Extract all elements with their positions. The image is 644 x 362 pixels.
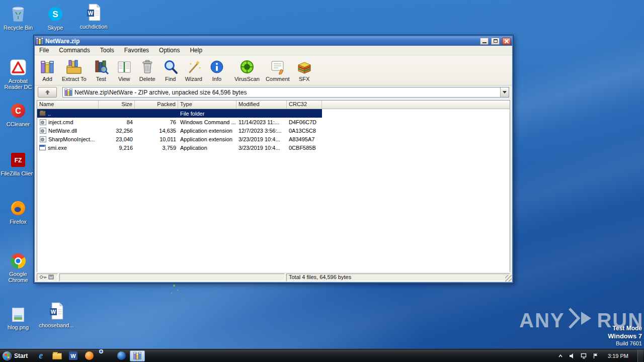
- column-header-packed[interactable]: Packed: [135, 101, 178, 109]
- desktop-icon-hlog[interactable]: hlog.png: [0, 303, 37, 330]
- file-row-sharpmonoinject[interactable]: SharpMonoInject... 23,040 10,011 Applica…: [37, 135, 322, 143]
- taskbar: Start 3:19 PM: [0, 349, 644, 362]
- menu-file[interactable]: File: [39, 47, 49, 54]
- toolbar-label: Comment: [266, 76, 290, 82]
- chrome-icon: [0, 249, 37, 268]
- maximize-button[interactable]: [491, 38, 500, 45]
- sandbox-mode: Test Mode: [608, 325, 642, 332]
- desktop-icon-recycle-bin[interactable]: Recycle Bin: [0, 3, 37, 31]
- taskbar-media-player[interactable]: [82, 350, 97, 361]
- desktop-icon-skype[interactable]: S Skype: [36, 3, 74, 31]
- sfx-button[interactable]: SFX: [293, 56, 316, 84]
- column-header-type[interactable]: Type: [178, 101, 236, 109]
- desktop-icon-cuchdiction[interactable]: W cuchdiction: [74, 2, 113, 30]
- comment-button[interactable]: Comment: [263, 56, 293, 84]
- file-row-netware-dll[interactable]: NetWare.dll 32,256 14,635 Application ex…: [37, 126, 322, 135]
- image-file-icon: [0, 303, 37, 322]
- winrar-archive-icon: [65, 89, 72, 96]
- view-button[interactable]: View: [113, 56, 136, 84]
- taskbar-windows-explorer[interactable]: [49, 350, 64, 361]
- svg-text:S: S: [52, 10, 58, 19]
- window-titlebar[interactable]: NetWare.zip: [35, 36, 512, 46]
- show-hidden-icons-button[interactable]: [557, 349, 564, 362]
- up-one-level-button[interactable]: [38, 87, 57, 98]
- info-icon: [208, 58, 225, 75]
- taskbar-winrar-active[interactable]: [130, 350, 145, 361]
- desktop-icon-chooseband[interactable]: W chooseband...: [37, 301, 75, 328]
- taskbar-internet-explorer[interactable]: [33, 350, 48, 361]
- taskbar-clock[interactable]: 3:19 PM: [603, 353, 633, 359]
- wizard-button[interactable]: Wizard: [182, 56, 205, 84]
- test-button[interactable]: Test: [90, 56, 113, 84]
- archive-path-combobox[interactable]: NetWare.zip\NetWare - ZIP archive, unpac…: [62, 87, 509, 98]
- column-header-crc32[interactable]: CRC32: [287, 101, 322, 109]
- status-middle-panel: [59, 274, 285, 281]
- taskbar-word[interactable]: [65, 350, 80, 361]
- menu-help[interactable]: Help: [190, 47, 202, 54]
- column-header-modified[interactable]: Modified: [236, 101, 287, 109]
- toolbar-label: View: [118, 76, 130, 82]
- minimize-icon: [482, 42, 487, 43]
- ccleaner-icon: C: [0, 100, 37, 119]
- show-desktop-button[interactable]: [637, 349, 643, 362]
- virusscan-button[interactable]: VirusScan: [231, 56, 263, 84]
- desktop-icon-label: chooseband...: [37, 322, 75, 328]
- toolbar-label: VirusScan: [234, 76, 260, 82]
- anyrun-logo-icon: [567, 307, 594, 334]
- desktop-icon-firefox[interactable]: Firefox: [0, 197, 37, 225]
- desktop-icon-label: Google Chrome: [0, 271, 37, 283]
- menu-commands[interactable]: Commands: [59, 47, 90, 54]
- desktop-icon-label: CCleaner: [0, 121, 37, 127]
- taskbar-browser[interactable]: [114, 350, 129, 361]
- file-name: NetWare.dll: [48, 128, 77, 134]
- key-icon: [39, 275, 47, 280]
- toolbar-label: Find: [165, 76, 176, 82]
- taskbar-chrome[interactable]: [98, 350, 113, 361]
- file-row-parent-dir[interactable]: .. File folder: [37, 109, 322, 118]
- up-arrow-icon: [45, 89, 50, 95]
- menu-tools[interactable]: Tools: [100, 47, 114, 54]
- add-archive-icon: [39, 58, 56, 75]
- column-header-size[interactable]: Size: [99, 101, 135, 109]
- menu-favorites[interactable]: Favorites: [124, 47, 149, 54]
- column-header-name[interactable]: Name: [37, 101, 99, 109]
- network-icon: [581, 353, 587, 359]
- start-button[interactable]: Start: [0, 349, 33, 362]
- close-icon: [504, 39, 509, 43]
- action-center-button[interactable]: [592, 349, 599, 362]
- menu-options[interactable]: Options: [159, 47, 180, 54]
- toolbar-label: Extract To: [62, 76, 87, 82]
- close-button[interactable]: [502, 38, 511, 45]
- volume-button[interactable]: [569, 349, 576, 362]
- desktop-icon-ccleaner[interactable]: C CCleaner: [0, 100, 37, 127]
- add-button[interactable]: Add: [36, 56, 59, 84]
- find-button[interactable]: Find: [159, 56, 182, 84]
- list-body: .. File folder inject.cmd 84 76 Windows …: [37, 109, 510, 272]
- desktop-icon-filezilla[interactable]: FZ FileZilla Client: [0, 149, 37, 176]
- filezilla-icon: FZ: [0, 149, 37, 168]
- info-button[interactable]: Info: [205, 56, 228, 84]
- extract-to-button[interactable]: Extract To: [59, 56, 90, 84]
- network-button[interactable]: [580, 349, 587, 362]
- flag-icon: [593, 353, 598, 359]
- desktop-icon-acrobat[interactable]: Acrobat Reader DC: [0, 56, 37, 90]
- resize-grip[interactable]: [505, 275, 512, 282]
- desktop-icon-label: hlog.png: [0, 324, 37, 330]
- desktop-icon-chrome[interactable]: Google Chrome: [0, 249, 37, 283]
- file-size: 84: [99, 119, 135, 125]
- delete-button[interactable]: Delete: [136, 56, 159, 84]
- combobox-dropdown-button[interactable]: [500, 87, 509, 97]
- address-bar-row: NetWare.zip\NetWare - ZIP archive, unpac…: [35, 85, 512, 99]
- view-file-icon: [116, 58, 133, 75]
- file-row-smi-exe[interactable]: smi.exe 9,216 3,759 Application 3/23/201…: [37, 143, 322, 152]
- disk-icon: [48, 275, 54, 280]
- system-tray: 3:19 PM: [557, 349, 644, 362]
- file-row-inject-cmd[interactable]: inject.cmd 84 76 Windows Command ... 11/…: [37, 118, 322, 126]
- folder-up-icon: [39, 111, 46, 116]
- minimize-button[interactable]: [480, 38, 489, 45]
- desktop-icon-label: Skype: [36, 25, 74, 31]
- file-type: Windows Command ...: [178, 119, 236, 125]
- status-icons-panel: [37, 274, 58, 281]
- list-header: Name Size Packed Type Modified CRC32: [37, 101, 510, 109]
- firefox-icon: [0, 197, 37, 216]
